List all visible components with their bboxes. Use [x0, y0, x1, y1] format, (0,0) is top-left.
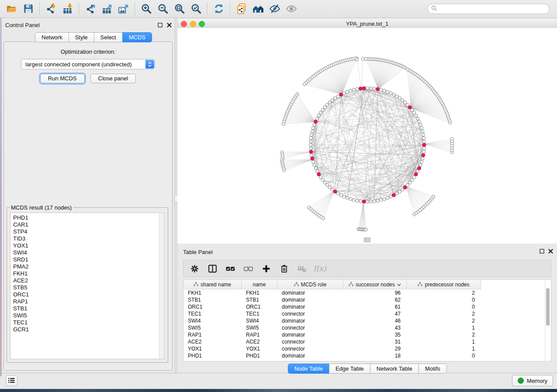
horizontal-splitter-grip[interactable] — [364, 237, 370, 242]
optimization-criterion-select[interactable]: largest connected component (undirected) — [21, 59, 155, 69]
toolbar-separator — [207, 3, 208, 15]
table-scrollbar-thumb[interactable] — [546, 288, 550, 326]
show-all-button[interactable] — [283, 1, 300, 16]
float-panel-icon[interactable] — [539, 248, 545, 254]
refresh-view-button[interactable] — [211, 1, 227, 16]
mcds-result-list[interactable]: PHD1CAR1STP4TID3YOX1SWI4SRD1PMA2FKH1ACE2… — [10, 213, 165, 359]
cell-mcds_role: dominator — [277, 290, 343, 296]
select-stepper-icon — [145, 60, 154, 69]
result-node-item[interactable]: SWI4 — [10, 249, 164, 256]
float-panel-icon[interactable] — [157, 22, 163, 28]
clone-network-icon — [236, 3, 247, 14]
tab-motifs[interactable]: Motifs — [419, 364, 447, 374]
mcds-result-items: PHD1CAR1STP4TID3YOX1SWI4SRD1PMA2FKH1ACE2… — [10, 213, 164, 333]
column-header-successor-nodes[interactable]: successor nodes — [343, 280, 407, 289]
cell-name: FKH1 — [242, 290, 277, 296]
first-neighbors-button[interactable] — [250, 1, 266, 16]
search-box[interactable] — [427, 3, 550, 14]
export-table-button[interactable] — [99, 1, 115, 16]
table-row[interactable]: RAP1RAP1dominator352 — [183, 331, 545, 338]
result-node-item[interactable]: TID3 — [10, 235, 164, 242]
result-node-item[interactable]: RAP1 — [10, 298, 164, 305]
table-row[interactable]: SWI4SWI4dominator462 — [183, 317, 545, 324]
tab-mcds[interactable]: MCDS — [122, 32, 152, 42]
column-label: name — [253, 282, 266, 288]
control-panel: Control Panel NetworkStyleSelectMCDS Opt… — [2, 18, 175, 373]
network-graph[interactable] — [177, 28, 557, 244]
close-panel-icon[interactable] — [548, 248, 554, 254]
result-list-scrollbar[interactable] — [159, 213, 164, 359]
zoom-out-button[interactable] — [155, 1, 171, 16]
table-row[interactable]: ACE2ACE2connector311 — [183, 338, 545, 345]
table-row[interactable]: STB1STB1dominator620 — [183, 296, 545, 303]
cell-shared_name: PHD1 — [183, 353, 242, 359]
memory-status-icon — [518, 378, 524, 384]
toggle-panel-split-button[interactable] — [207, 263, 218, 274]
tab-select[interactable]: Select — [94, 32, 123, 42]
result-node-item[interactable]: STB1 — [10, 305, 164, 312]
zoom-out-icon — [157, 3, 169, 14]
table-row[interactable]: ORC1ORC1dominator610 — [183, 303, 545, 310]
table-scrollbar[interactable] — [545, 280, 550, 361]
result-node-item[interactable]: STB5 — [10, 284, 164, 291]
result-node-item[interactable]: TEC1 — [10, 319, 164, 326]
result-node-item[interactable]: ORC1 — [10, 291, 164, 298]
result-node-item[interactable]: YOX1 — [10, 242, 164, 249]
import-network-button[interactable] — [43, 1, 59, 16]
select-all-rows-button[interactable] — [225, 263, 235, 274]
network-canvas[interactable] — [177, 28, 557, 244]
export-network-button[interactable] — [82, 1, 99, 16]
cell-shared_name: ACE2 — [183, 339, 242, 345]
table-row[interactable]: PHD1PHD1dominator180 — [183, 352, 545, 359]
table-row[interactable]: FKH1FKH1dominator962 — [183, 289, 545, 296]
deselect-all-rows-button[interactable] — [243, 263, 253, 274]
zoom-in-button[interactable] — [138, 1, 155, 16]
tab-node-table[interactable]: Node Table — [287, 364, 329, 374]
close-panel-icon[interactable] — [166, 22, 172, 28]
delete-column-button[interactable] — [279, 263, 289, 274]
run-mcds-button[interactable]: Run MCDS — [40, 74, 85, 83]
zoom-fit-button[interactable] — [171, 1, 188, 16]
result-node-item[interactable]: CAR1 — [10, 221, 164, 228]
tab-network-table[interactable]: Network Table — [370, 364, 419, 374]
hide-selected-button[interactable] — [266, 1, 283, 16]
result-node-item[interactable]: SRD1 — [10, 256, 164, 263]
tab-network[interactable]: Network — [35, 32, 69, 42]
node-table[interactable]: shared namenameMCDS rolesuccessor nodesp… — [183, 279, 551, 361]
import-table-button[interactable] — [59, 1, 76, 16]
tab-edge-table[interactable]: Edge Table — [329, 364, 370, 374]
result-node-item[interactable]: PHD1 — [10, 214, 164, 221]
result-node-item[interactable]: PMA2 — [10, 263, 164, 270]
column-header-shared-name[interactable]: shared name — [183, 280, 242, 289]
close-panel-button[interactable]: Close panel — [90, 74, 136, 83]
tab-style[interactable]: Style — [69, 32, 94, 42]
table-row[interactable]: YOX1YOX1connector291 — [183, 345, 545, 352]
memory-button[interactable]: Memory — [512, 375, 553, 386]
result-node-item[interactable]: ACE2 — [10, 277, 164, 284]
result-node-item[interactable]: STP4 — [10, 228, 164, 235]
search-input[interactable] — [439, 5, 546, 13]
save-session-button[interactable] — [20, 1, 37, 16]
task-history-button[interactable] — [6, 375, 17, 386]
column-header-MCDS-role[interactable]: MCDS role — [277, 280, 343, 289]
result-node-item[interactable]: FKH1 — [10, 270, 164, 277]
table-settings-button[interactable] — [189, 263, 200, 274]
export-image-button[interactable] — [115, 1, 132, 16]
mcds-result-title: MCDS result (17 nodes) — [10, 204, 73, 211]
cell-mcds_role: connector — [277, 339, 343, 345]
hierarchy-icon — [194, 282, 198, 288]
add-column-button[interactable] — [261, 263, 271, 274]
cell-successor_nodes: 35 — [343, 332, 407, 338]
zoom-selected-button[interactable] — [188, 1, 204, 16]
result-node-item[interactable]: SWI5 — [10, 312, 164, 319]
cell-shared_name: SWI4 — [183, 318, 242, 324]
clone-network-button[interactable] — [233, 1, 250, 16]
column-header-name[interactable]: name — [242, 280, 277, 289]
column-header-predecessor-nodes[interactable]: predecessor nodes — [407, 280, 481, 289]
hierarchy-icon — [349, 282, 353, 288]
table-row[interactable]: TEC1TEC1connector472 — [183, 310, 545, 317]
open-file-button[interactable] — [3, 1, 20, 16]
table-row[interactable]: SWI5SWI5connector431 — [183, 324, 545, 331]
result-node-item[interactable]: GCR1 — [10, 326, 164, 333]
optimization-criterion-label: Optimization criterion: — [4, 48, 172, 55]
